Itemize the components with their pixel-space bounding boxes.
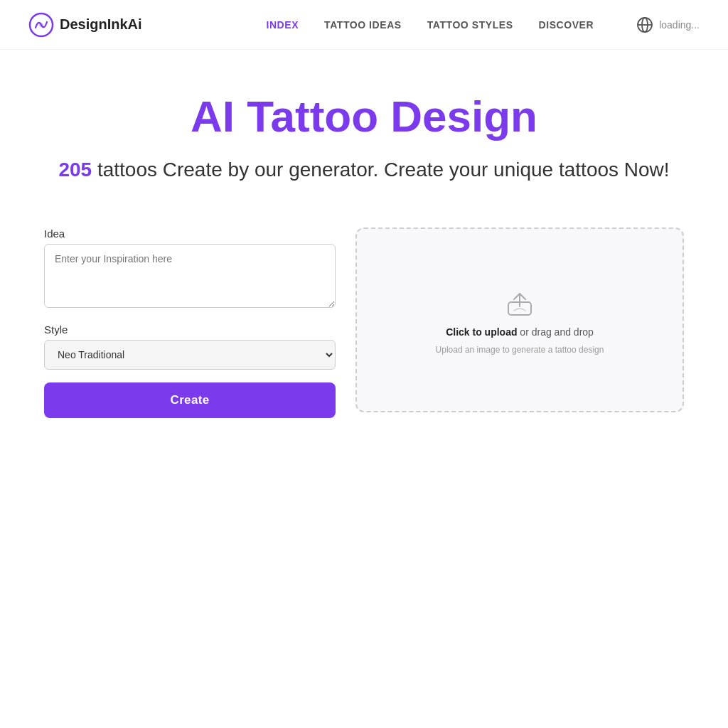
svg-point-1 [39, 23, 43, 27]
hero-subtitle: 205 tattoos Create by our generator. Cre… [44, 155, 684, 185]
form-section: Idea Style Neo Traditional Traditional R… [44, 228, 684, 418]
idea-label: Idea [44, 228, 336, 240]
nav-tattoo-styles[interactable]: TATTOO STYLES [427, 19, 513, 31]
style-select[interactable]: Neo Traditional Traditional Realism Wate… [44, 340, 336, 370]
upload-icon [503, 285, 537, 319]
upload-drag-text: or drag and drop [517, 326, 593, 338]
hero-title: AI Tattoo Design [44, 92, 684, 141]
tattoo-count: 205 [58, 159, 92, 181]
nav-discover[interactable]: DISCOVER [539, 19, 594, 31]
logo[interactable]: DesignInkAi [28, 12, 142, 38]
upload-click-text: Click to upload [446, 326, 517, 338]
upload-panel[interactable]: Click to upload or drag and drop Upload … [355, 228, 684, 412]
logo-text: DesignInkAi [60, 16, 142, 33]
hero-subtitle-text: tattoos Create by our generator. Create … [97, 159, 670, 181]
globe-icon[interactable] [636, 16, 653, 33]
nav-tattoo-ideas[interactable]: TATTOO IDEAS [324, 19, 402, 31]
loading-text: loading... [659, 19, 700, 31]
idea-textarea[interactable] [44, 244, 336, 308]
nav-index[interactable]: INDEX [267, 19, 299, 31]
logo-icon [28, 12, 54, 38]
main-nav: INDEX TATTOO IDEAS TATTOO STYLES DISCOVE… [267, 19, 594, 31]
upload-sub-text: Upload an image to generate a tattoo des… [436, 345, 604, 355]
left-panel: Idea Style Neo Traditional Traditional R… [44, 228, 336, 418]
header-right: loading... [636, 16, 700, 33]
hero-section: AI Tattoo Design 205 tattoos Create by o… [44, 92, 684, 185]
create-button[interactable]: Create [44, 382, 336, 418]
style-field-group: Style Neo Traditional Traditional Realis… [44, 323, 336, 370]
style-label: Style [44, 323, 336, 336]
upload-main-text: Click to upload or drag and drop [446, 326, 594, 338]
idea-field-group: Idea [44, 228, 336, 311]
